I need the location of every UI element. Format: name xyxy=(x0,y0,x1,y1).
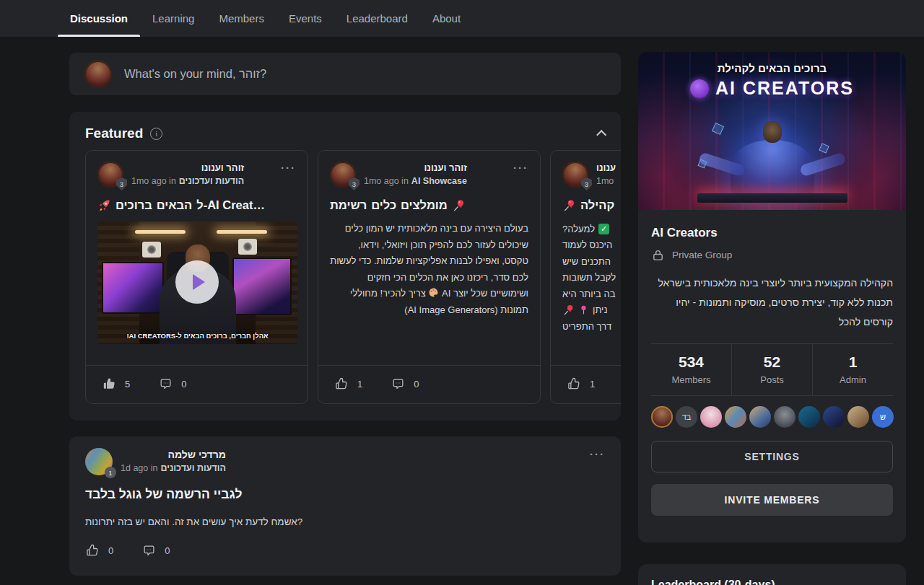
post-composer[interactable]: What's on your mind, זוהר? xyxy=(69,53,621,95)
post-title[interactable]: לגביי הרשמה של גוגל בלבד xyxy=(85,487,605,502)
collapse-chevron-icon[interactable] xyxy=(596,130,606,140)
more-menu-icon[interactable]: ··· xyxy=(281,162,296,172)
title-word: ברוכים xyxy=(116,198,152,212)
meta-time: 1d ago in xyxy=(121,463,157,473)
more-menu-icon[interactable]: ··· xyxy=(590,448,605,458)
speaker xyxy=(238,239,257,255)
video-thumbnail[interactable]: אהלן חברים, ברוכים הבאים ל-AI CREATORS! xyxy=(97,221,297,344)
tab-label: Learning xyxy=(152,12,194,25)
post-body: למעלה?✓ היכנס לעמוד התכנים שיש לקבל תשוב… xyxy=(562,221,621,335)
author-name[interactable]: ענונו xyxy=(596,162,616,173)
comment-button[interactable]: 0 xyxy=(391,377,419,391)
top-nav: Discussion Learning Members Events Leade… xyxy=(0,0,924,37)
tab-events[interactable]: Events xyxy=(276,0,334,37)
like-button[interactable]: 0 xyxy=(85,543,113,558)
body-line: למעלה? xyxy=(562,224,595,234)
like-count: 0 xyxy=(108,545,113,556)
member-avatar[interactable] xyxy=(651,406,673,428)
title-word: רשימת xyxy=(330,198,367,212)
comment-button[interactable]: 0 xyxy=(142,544,170,558)
post-meta: 1d ago in הודעות ועדכונים xyxy=(121,463,226,473)
meta-time: 1mo xyxy=(596,176,614,186)
stat-posts[interactable]: 52 Posts xyxy=(731,344,812,395)
post-meta: 1mo xyxy=(596,176,616,186)
post-title[interactable]: רשימת כלים מומלצים xyxy=(330,198,528,212)
card-header: 3 ענונו 1mo xyxy=(562,162,621,188)
featured-section: Featured i 3 זוהר וענונו 1mo ago in הודע… xyxy=(69,112,621,421)
lock-icon xyxy=(651,248,665,262)
stat-value: 1 xyxy=(813,353,893,371)
member-avatar-initials[interactable]: בד xyxy=(676,406,697,428)
card-footer: 5 0 xyxy=(86,365,308,392)
featured-card-clipped: 3 ענונו 1mo קהילה למעלה?✓ היכנס לעמוד הת… xyxy=(550,150,621,404)
stat-value: 534 xyxy=(651,353,731,371)
stat-admin[interactable]: 1 Admin xyxy=(812,344,893,395)
round-pin-icon xyxy=(578,304,589,315)
more-menu-icon[interactable]: ··· xyxy=(513,162,528,172)
tab-about[interactable]: About xyxy=(420,0,473,37)
post-body: בעולם היצירה עם בינה מלאכותית יש המון כל… xyxy=(330,221,528,318)
pushpin-icon xyxy=(452,198,466,212)
comment-icon xyxy=(391,377,405,391)
featured-card: 3 זוהר וענונו 1mo ago in הודעות ועדכונים… xyxy=(85,150,308,404)
group-description: הקהילה המקצועית ביותר ליוצרי בינה מלאכות… xyxy=(651,273,893,332)
meta-category[interactable]: הודעות ועדכונים xyxy=(160,463,225,473)
meta-category[interactable]: AI Showcase xyxy=(411,176,467,186)
author-avatar[interactable]: 3 xyxy=(562,162,588,188)
featured-card: 3 זוהר וענונו 1mo ago in AI Showcase ···… xyxy=(318,150,541,404)
title-word: קהילה xyxy=(580,198,614,212)
studio-light xyxy=(135,230,186,234)
member-avatar[interactable] xyxy=(823,406,845,428)
stat-label: Posts xyxy=(732,374,812,385)
stat-label: Admin xyxy=(813,374,893,385)
privacy-label: Private Group xyxy=(672,250,732,260)
tab-discussion[interactable]: Discussion xyxy=(58,0,140,37)
like-button[interactable]: 1 xyxy=(567,377,595,391)
group-name: AI Creators xyxy=(651,226,893,240)
post-title[interactable]: קהילה xyxy=(562,198,621,212)
info-icon[interactable]: i xyxy=(150,128,162,140)
video-caption: אהלן חברים, ברוכים הבאים ל-AI CREATORS! xyxy=(97,332,297,340)
card-header: 3 זוהר וענונו 1mo ago in הודעות ועדכונים… xyxy=(97,162,296,188)
description-line: הקהילה המקצועית ביותר ליוצרי בינה מלאכות… xyxy=(651,273,893,293)
comment-count: 0 xyxy=(165,545,170,556)
author-name[interactable]: זוהר וענונו xyxy=(364,162,467,173)
play-button-icon[interactable] xyxy=(175,260,219,304)
stat-members[interactable]: 534 Members xyxy=(651,344,731,395)
member-avatar[interactable] xyxy=(700,406,722,428)
palette-icon xyxy=(428,287,439,298)
author-name[interactable]: זוהר וענונו xyxy=(131,162,244,173)
like-button[interactable]: 1 xyxy=(334,377,362,391)
check-icon: ✓ xyxy=(598,224,609,234)
author-avatar[interactable]: 1 xyxy=(85,448,113,475)
leaderboard-title: Leaderboard (30-days) xyxy=(651,579,893,585)
tab-learning[interactable]: Learning xyxy=(140,0,206,37)
studio-light xyxy=(217,230,267,234)
member-avatar[interactable] xyxy=(847,406,869,428)
member-avatar-initials[interactable]: ש xyxy=(872,406,894,428)
tab-members[interactable]: Members xyxy=(206,0,276,37)
card-footer: 1 0 xyxy=(318,365,540,392)
like-button[interactable]: 5 xyxy=(102,377,130,391)
member-avatar[interactable] xyxy=(774,406,796,428)
author-avatar[interactable]: 3 xyxy=(330,162,356,188)
settings-button[interactable]: SETTINGS xyxy=(651,441,893,472)
post-title[interactable]: ברוכים הבאים ל-AI Creat… xyxy=(97,198,296,212)
member-avatar[interactable] xyxy=(798,406,820,428)
group-stats: 534 Members 52 Posts 1 Admin xyxy=(651,344,893,395)
member-avatar[interactable] xyxy=(749,406,771,428)
member-avatar[interactable] xyxy=(725,406,746,428)
thumbs-up-icon xyxy=(567,377,581,391)
title-word: כלים xyxy=(371,198,396,212)
post-body: אשמח לדעת איך עושים את זה. והאם יש בזה י… xyxy=(85,516,605,527)
post-card: 1 מרדכי שלמה 1d ago in הודעות ועדכונים ·… xyxy=(69,436,621,576)
author-name[interactable]: מרדכי שלמה xyxy=(121,449,226,460)
author-avatar[interactable]: 3 xyxy=(97,162,123,188)
current-user-avatar xyxy=(84,61,112,88)
monitor-left xyxy=(102,262,164,314)
post-meta: 1mo ago in הודעות ועדכונים xyxy=(131,176,244,186)
tab-leaderboard[interactable]: Leaderboard xyxy=(334,0,420,37)
meta-category[interactable]: הודעות ועדכונים xyxy=(179,176,244,186)
comment-button[interactable]: 0 xyxy=(159,377,186,391)
invite-members-button[interactable]: INVITE MEMBERS xyxy=(651,484,893,516)
